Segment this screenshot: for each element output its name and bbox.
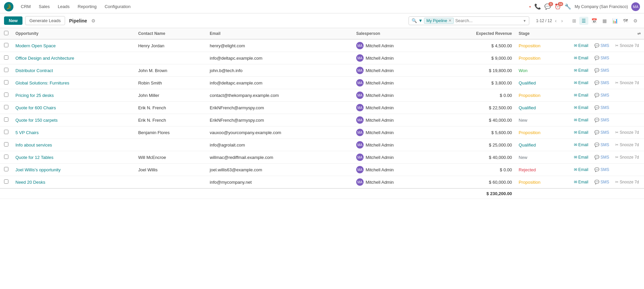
opportunity-name-link[interactable]: Modern Open Space xyxy=(15,43,56,48)
row-checkbox-cell[interactable] xyxy=(0,89,12,102)
row-checkbox[interactable] xyxy=(4,43,8,47)
row-checkbox[interactable] xyxy=(4,167,8,171)
list-view-button[interactable]: ☰ xyxy=(579,17,588,25)
filter-tag-close[interactable]: ✕ xyxy=(448,18,451,23)
sms-action-button[interactable]: 💬 SMS xyxy=(593,154,611,160)
row-checkbox-cell[interactable] xyxy=(0,114,12,126)
email-action-button[interactable]: ✉ Email xyxy=(572,179,590,185)
col-contact-name[interactable]: Contact Name xyxy=(135,28,206,39)
row-checkbox-cell[interactable] xyxy=(0,164,12,176)
row-checkbox-cell[interactable] xyxy=(0,176,12,189)
nav-crm[interactable]: CRM xyxy=(17,3,34,10)
opportunity-name-link[interactable]: Pricing for 25 desks xyxy=(15,93,54,98)
snooze-action-button[interactable]: ✂ Snooze 7d xyxy=(613,179,641,185)
email-action-button[interactable]: ✉ Email xyxy=(572,142,590,148)
email-action-button[interactable]: ✉ Email xyxy=(572,92,590,98)
settings-columns-button[interactable]: ⚙ xyxy=(631,17,640,25)
opportunity-name-link[interactable]: 5 VP Chairs xyxy=(15,130,39,135)
pagination-prev[interactable]: ‹ xyxy=(553,17,558,24)
row-checkbox[interactable] xyxy=(4,105,8,109)
sms-action-button[interactable]: 💬 SMS xyxy=(593,67,611,73)
app-logo[interactable]: 🐊 xyxy=(4,2,13,11)
row-checkbox[interactable] xyxy=(4,55,8,60)
snooze-action-button[interactable]: ✂ Snooze 7d xyxy=(613,142,641,148)
col-salesperson[interactable]: Salesperson xyxy=(353,28,436,39)
pagination-next[interactable]: › xyxy=(559,17,565,24)
snooze-action-button[interactable]: ✂ Snooze 7d xyxy=(613,154,641,160)
email-action-button[interactable]: ✉ Email xyxy=(572,167,590,173)
row-checkbox[interactable] xyxy=(4,80,8,84)
select-all-checkbox[interactable] xyxy=(4,31,8,35)
calendar-view-button[interactable]: 📅 xyxy=(589,17,599,25)
col-stage[interactable]: Stage xyxy=(515,28,569,39)
kanban-view-button[interactable]: ⊞ xyxy=(570,17,579,25)
snooze-action-button[interactable]: ✂ Snooze 7d xyxy=(613,129,641,135)
opportunity-name-link[interactable]: Quote for 150 carpets xyxy=(15,118,58,123)
search-dropdown-icon[interactable]: ▾ xyxy=(523,18,526,23)
row-checkbox-cell[interactable] xyxy=(0,139,12,151)
graph-view-button[interactable]: 📊 xyxy=(610,17,620,25)
col-email[interactable]: Email xyxy=(206,28,353,39)
sms-action-button[interactable]: 💬 SMS xyxy=(593,92,611,98)
sms-action-button[interactable]: 💬 SMS xyxy=(593,167,611,173)
pivot-view-button[interactable]: ▦ xyxy=(600,17,609,25)
col-adjust-icon[interactable]: ⇌ xyxy=(569,28,644,39)
email-action-button[interactable]: ✉ Email xyxy=(572,129,590,135)
email-action-button[interactable]: ✉ Email xyxy=(572,80,590,86)
row-checkbox[interactable] xyxy=(4,68,8,72)
sms-action-button[interactable]: 💬 SMS xyxy=(593,129,611,135)
sms-action-button[interactable]: 💬 SMS xyxy=(593,80,611,86)
sms-action-button[interactable]: 💬 SMS xyxy=(593,55,611,61)
company-name[interactable]: My Company (San Francisco) xyxy=(575,4,628,9)
row-checkbox[interactable] xyxy=(4,130,8,134)
my-pipeline-filter-tag[interactable]: My Pipeline ✕ xyxy=(424,18,454,24)
snooze-action-button[interactable]: ✂ Snooze 7d xyxy=(613,43,641,49)
nav-reporting[interactable]: Reporting xyxy=(74,3,100,10)
opportunity-name-link[interactable]: Quote for 600 Chairs xyxy=(15,105,56,110)
nav-configuration[interactable]: Configuration xyxy=(101,3,134,10)
wrench-icon[interactable]: 🔧 xyxy=(565,3,571,10)
sms-action-button[interactable]: 💬 SMS xyxy=(593,117,611,123)
col-expected-revenue[interactable]: Expected Revenue xyxy=(436,28,515,39)
opportunity-name-link[interactable]: Joel Willis's opportunity xyxy=(15,167,61,172)
opportunity-name-link[interactable]: Need 20 Desks xyxy=(15,180,45,185)
row-checkbox[interactable] xyxy=(4,93,8,97)
row-checkbox[interactable] xyxy=(4,142,8,147)
snooze-action-button[interactable]: ✂ Snooze 7d xyxy=(613,80,641,86)
select-all-header[interactable] xyxy=(0,28,12,39)
chat-icon[interactable]: 💬 9 xyxy=(544,3,551,10)
pipeline-settings-icon[interactable]: ⚙ xyxy=(91,18,96,23)
row-checkbox-cell[interactable] xyxy=(0,39,12,52)
col-opportunity[interactable]: Opportunity xyxy=(12,28,135,39)
row-checkbox-cell[interactable] xyxy=(0,126,12,139)
sms-action-button[interactable]: 💬 SMS xyxy=(593,43,611,49)
sms-action-button[interactable]: 💬 SMS xyxy=(593,142,611,148)
email-action-button[interactable]: ✉ Email xyxy=(572,55,590,61)
generate-leads-button[interactable]: Generate Leads xyxy=(25,16,65,25)
email-action-button[interactable]: ✉ Email xyxy=(572,43,590,49)
row-checkbox-cell[interactable] xyxy=(0,64,12,77)
opportunity-name-link[interactable]: Global Solutions: Furnitures xyxy=(15,80,69,85)
sms-action-button[interactable]: 💬 SMS xyxy=(593,105,611,111)
email-action-button[interactable]: ✉ Email xyxy=(572,154,590,160)
clock-icon[interactable]: ⏰ 34 xyxy=(554,3,561,10)
new-button[interactable]: New xyxy=(4,16,22,25)
nav-leads[interactable]: Leads xyxy=(54,3,73,10)
row-checkbox-cell[interactable] xyxy=(0,77,12,89)
phone-icon[interactable]: 📞 xyxy=(534,3,541,10)
opportunity-name-link[interactable]: Quote for 12 Tables xyxy=(15,155,53,160)
opportunity-name-link[interactable]: Distributor Contract xyxy=(15,68,53,73)
email-action-button[interactable]: ✉ Email xyxy=(572,67,590,73)
row-checkbox[interactable] xyxy=(4,179,8,184)
filter-icon[interactable]: ▼ xyxy=(418,18,423,23)
search-input[interactable] xyxy=(455,18,522,23)
opportunity-name-link[interactable]: Info about services xyxy=(15,142,52,148)
row-checkbox-cell[interactable] xyxy=(0,151,12,164)
map-view-button[interactable]: 🗺 xyxy=(621,17,630,25)
user-avatar[interactable]: MA xyxy=(631,2,640,11)
email-action-button[interactable]: ✉ Email xyxy=(572,105,590,111)
nav-sales[interactable]: Sales xyxy=(36,3,53,10)
sms-action-button[interactable]: 💬 SMS xyxy=(593,179,611,185)
row-checkbox-cell[interactable] xyxy=(0,102,12,114)
opportunity-name-link[interactable]: Office Design and Architecture xyxy=(15,56,74,61)
